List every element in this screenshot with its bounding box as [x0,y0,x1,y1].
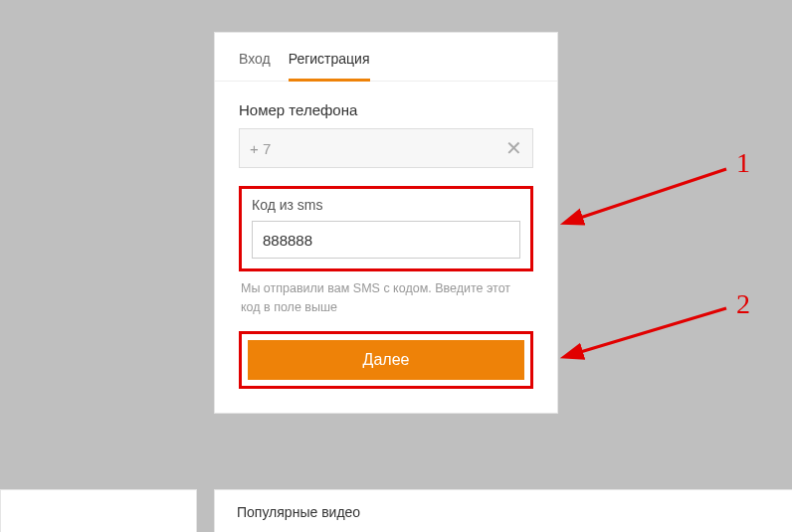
sms-label: Код из sms [252,197,520,213]
svg-line-0 [577,169,726,219]
next-button[interactable]: Далее [248,340,524,380]
annotation-arrow-1 [557,154,746,234]
svg-line-1 [577,308,726,353]
form: Номер телефона + 7 ✕ Код из sms Мы отпра… [215,82,557,413]
sms-highlight: Код из sms [239,186,533,271]
tab-register[interactable]: Регистрация [289,51,370,82]
tabs: Вход Регистрация [215,33,557,82]
phone-field[interactable]: + 7 ✕ [239,128,533,168]
sms-code-input[interactable] [252,221,520,259]
popular-video-title: Популярные видео [237,504,360,520]
bottom-popular-block: Популярные видео [214,489,792,532]
annotation-number-2: 2 [736,288,750,320]
sms-hint: Мы отправили вам SMS с кодом. Введите эт… [241,279,531,317]
phone-prefix: + 7 [250,140,505,157]
annotation-arrow-2 [557,298,746,368]
next-button-highlight: Далее [239,331,533,389]
registration-card: Вход Регистрация Номер телефона + 7 ✕ Ко… [214,32,558,414]
tab-login[interactable]: Вход [239,51,271,81]
close-icon[interactable]: ✕ [505,138,522,158]
annotation-number-1: 1 [736,147,750,179]
phone-label: Номер телефона [239,101,533,118]
bottom-left-block [0,489,197,532]
